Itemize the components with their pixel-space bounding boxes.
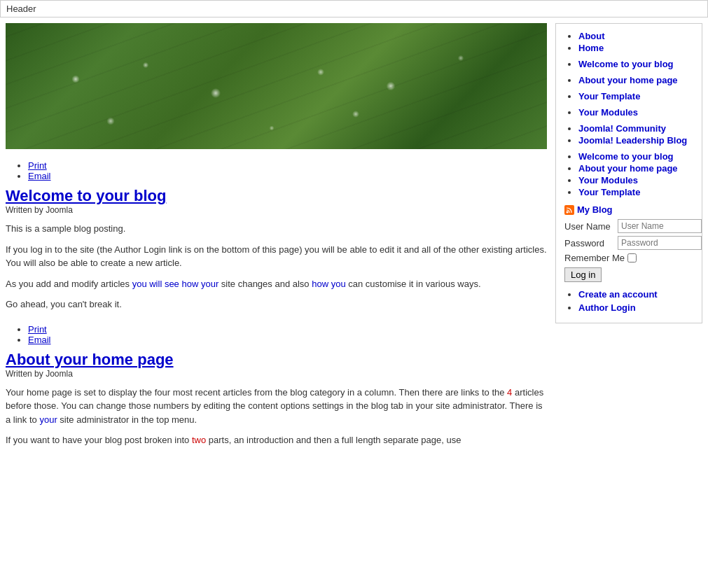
article-1: Welcome to your blog Written by Joomla T… — [6, 187, 547, 351]
article-1-title[interactable]: Welcome to your blog — [6, 187, 166, 204]
myblog-title[interactable]: My Blog — [577, 204, 613, 215]
article-1-meta: Written by Joomla — [6, 205, 547, 215]
username-input[interactable] — [618, 219, 702, 233]
sidebar-link-about-home-2[interactable]: About your home page — [578, 163, 678, 174]
article-2-meta: Written by Joomla — [6, 369, 547, 379]
svg-point-0 — [567, 211, 569, 213]
login-form: User Name Password Remember Me Log in — [564, 219, 693, 282]
sidebar-link-your-template-2[interactable]: Your Template — [578, 187, 640, 197]
remember-label: Remember Me — [564, 253, 625, 263]
username-label: User Name — [564, 221, 615, 232]
password-row: Password — [564, 236, 693, 250]
article-1-print-top[interactable]: Print — [28, 160, 47, 171]
password-input[interactable] — [618, 236, 702, 250]
sidebar-box: About Home Welcome to your blog About yo… — [555, 23, 702, 323]
sidebar-link-home[interactable]: Home — [578, 43, 604, 53]
username-row: User Name — [564, 219, 693, 233]
password-label: Password — [564, 238, 615, 248]
hero-image — [6, 23, 547, 149]
article-2-title[interactable]: About your home page — [6, 351, 174, 368]
sidebar-nav-top: About Home Welcome to your blog About yo… — [564, 31, 693, 197]
sidebar-link-your-modules[interactable]: Your Modules — [578, 107, 638, 118]
sidebar: About Home Welcome to your blog About yo… — [555, 23, 702, 454]
myblog-header: My Blog — [564, 204, 693, 215]
sidebar-link-your-modules-2[interactable]: Your Modules — [578, 175, 638, 186]
login-button[interactable]: Log in — [564, 267, 602, 282]
sidebar-link-about[interactable]: About — [578, 31, 605, 41]
article-1-print-bottom[interactable]: Print — [28, 324, 47, 335]
article-1-email-top[interactable]: Email — [28, 171, 51, 181]
remember-row: Remember Me — [564, 253, 693, 263]
sidebar-link-about-home[interactable]: About your home page — [578, 75, 678, 85]
article-1-email-bottom[interactable]: Email — [28, 335, 51, 345]
sidebar-extra-links: Create an account Author Login — [564, 289, 693, 313]
main-content: Print Email Welcome to your blog Written… — [6, 23, 547, 454]
header-bar: Header — [0, 0, 708, 18]
header-label: Header — [6, 4, 36, 14]
article-1-actions-top: Print Email — [6, 155, 547, 187]
sidebar-link-joomla-leadership[interactable]: Joomla! Leadership Blog — [578, 135, 687, 146]
rss-icon — [564, 205, 574, 215]
article-1-body: This is a sample blog posting. If you lo… — [6, 222, 547, 312]
sidebar-link-joomla-community[interactable]: Joomla! Community — [578, 123, 666, 134]
article-2-body: Your home page is set to display the fou… — [6, 386, 547, 447]
article-1-actions-bottom: Print Email — [6, 318, 547, 351]
create-account-link[interactable]: Create an account — [578, 289, 658, 300]
sidebar-link-welcome-blog-2[interactable]: Welcome to your blog — [578, 151, 674, 162]
author-login-link[interactable]: Author Login — [578, 302, 636, 313]
sidebar-link-welcome-blog[interactable]: Welcome to your blog — [578, 59, 674, 69]
sidebar-link-your-template[interactable]: Your Template — [578, 91, 640, 102]
article-2: About your home page Written by Joomla Y… — [6, 351, 547, 447]
remember-checkbox[interactable] — [627, 253, 637, 262]
